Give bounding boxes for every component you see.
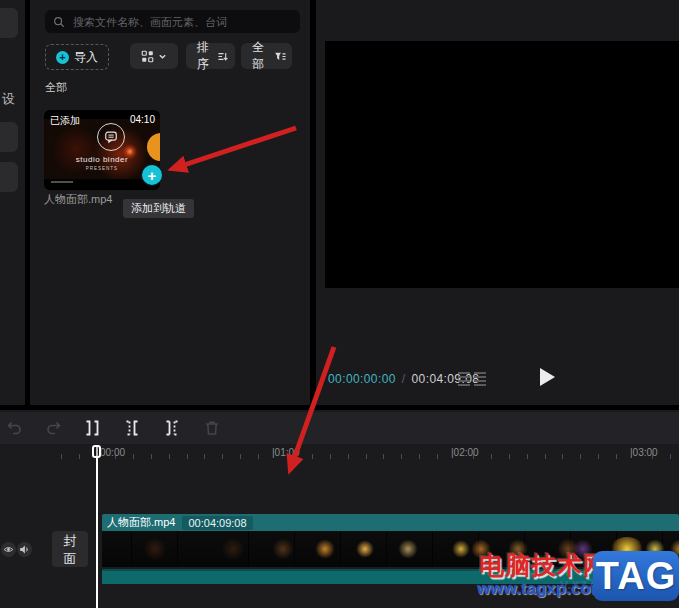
- speaker-icon: [19, 544, 30, 555]
- view-mode-button[interactable]: [130, 43, 178, 69]
- delete-button[interactable]: [203, 419, 221, 437]
- cover-button[interactable]: 封面: [52, 531, 88, 567]
- play-button[interactable]: [536, 366, 558, 390]
- lines-stack: [458, 372, 470, 387]
- add-to-track-button[interactable]: +: [142, 165, 162, 185]
- split-keep-left-icon: [123, 419, 141, 437]
- frame-thumbnail: [395, 537, 421, 561]
- undo-icon: [5, 419, 23, 437]
- lines-stack: [474, 372, 486, 387]
- preview-viewport: [325, 41, 679, 288]
- search-box[interactable]: [45, 10, 300, 33]
- watermark-site-name: 电脑技术网: [479, 549, 609, 582]
- watermark-tag-badge: TAG: [593, 551, 679, 601]
- split-keep-right-button[interactable]: [163, 419, 181, 437]
- trash-icon: [203, 419, 221, 437]
- grid-view-icon: [141, 50, 154, 63]
- duration-badge: 04:10: [130, 114, 155, 125]
- split-button[interactable]: [83, 419, 101, 437]
- clip-name: 人物面部.mp4: [107, 515, 175, 530]
- playhead-line: [96, 446, 98, 608]
- add-to-track-tooltip: 添加到轨道: [123, 199, 194, 218]
- frame-thumbnail: [352, 537, 378, 561]
- ruler-label: 00:00: [100, 447, 125, 458]
- frame-thumbnail: [220, 537, 246, 561]
- plus-icon: +: [56, 51, 69, 64]
- frame-thumbnail: [142, 537, 168, 561]
- split-icon: [83, 419, 101, 437]
- hide-track-button[interactable]: [1, 542, 16, 557]
- sort-label: 排序: [192, 39, 213, 73]
- app-window: 设 + 导入 排序: [0, 0, 679, 608]
- undo-button[interactable]: [5, 419, 23, 437]
- mute-track-button[interactable]: [17, 542, 32, 557]
- redo-button[interactable]: [45, 419, 63, 437]
- media-panel: + 导入 排序 全部 全部: [30, 0, 310, 405]
- playhead-handle[interactable]: [92, 445, 101, 458]
- split-keep-left-button[interactable]: [123, 419, 141, 437]
- sort-icon: [217, 50, 229, 63]
- player-panel: 00:00:00:00 / 00:04:09:08: [316, 0, 679, 405]
- subtitle-line: [51, 181, 73, 183]
- filter-button[interactable]: 全部: [241, 43, 292, 69]
- quality-lines-icon[interactable]: [458, 372, 486, 387]
- import-label: 导入: [74, 49, 98, 66]
- play-icon: [538, 367, 556, 387]
- frame-thumbnail: [312, 537, 338, 561]
- timeline-toolbar: [0, 412, 679, 444]
- time-separator: /: [402, 372, 406, 386]
- search-icon: [53, 16, 65, 28]
- sidebar-button[interactable]: [0, 162, 18, 192]
- sidebar-button[interactable]: [0, 8, 18, 38]
- section-label: 全部: [45, 80, 67, 95]
- eye-icon: [3, 544, 14, 555]
- search-input[interactable]: [71, 15, 292, 29]
- timecode-display: 00:00:00:00 / 00:04:09:08: [328, 372, 479, 386]
- current-time: 00:00:00:00: [328, 372, 396, 386]
- split-keep-right-icon: [163, 419, 181, 437]
- filter-label: 全部: [247, 39, 270, 73]
- redo-icon: [45, 419, 63, 437]
- ruler-label: |01:00: [272, 447, 300, 458]
- sidebar-button[interactable]: [0, 122, 18, 152]
- ruler-label: |02:00: [451, 447, 479, 458]
- added-badge: 已添加: [50, 114, 80, 128]
- left-sidebar: 设: [0, 0, 25, 405]
- sidebar-item-label: 设: [2, 90, 15, 108]
- ruler-label: |03:00: [630, 447, 658, 458]
- filter-icon: [274, 50, 286, 63]
- media-card[interactable]: studio binder PRESENTS 已添加 04:10 +: [44, 110, 160, 190]
- clip-duration-chip: 00:04:09:08: [182, 516, 252, 530]
- sort-button[interactable]: 排序: [186, 43, 235, 69]
- frame-thumbnail: [270, 537, 296, 561]
- clip-header[interactable]: 人物面部.mp4 00:04:09:08: [102, 514, 679, 531]
- chevron-down-icon: [158, 52, 167, 61]
- watermark-site-url: www.tagxp.com: [477, 579, 606, 599]
- import-button[interactable]: + 导入: [45, 44, 109, 70]
